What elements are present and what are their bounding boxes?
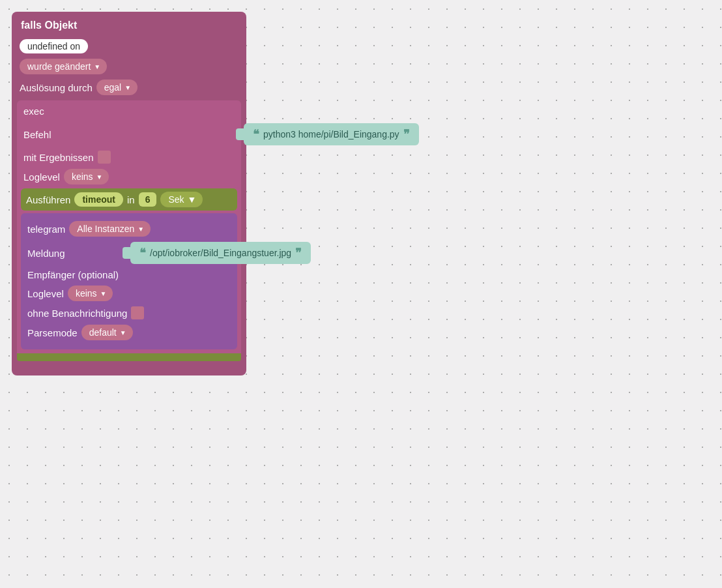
close-quote-icon: ❞ <box>403 127 410 141</box>
ausloesung-dropdown[interactable]: egal ▼ <box>96 80 137 95</box>
sek-arrow-icon: ▼ <box>188 194 197 205</box>
parsemode-label: Parsemode <box>27 327 78 338</box>
outer-spacer <box>17 361 241 368</box>
mit-ergebnissen-checkbox[interactable] <box>98 151 111 164</box>
undefined-pill[interactable]: undefined on <box>20 39 88 53</box>
ohne-label: ohne Benachrichtigung <box>27 308 127 319</box>
loglevel-label: Loglevel <box>23 171 60 183</box>
meldung-open-quote-icon: ❝ <box>139 246 146 260</box>
ausloesung-arrow-icon: ▼ <box>124 84 131 91</box>
ausloesung-label: Auslösung durch <box>20 82 93 93</box>
ausfuehren-label: Ausführen <box>26 194 70 205</box>
loglevel2-arrow-icon: ▼ <box>100 290 107 297</box>
meldung-close-quote-icon: ❞ <box>295 246 302 260</box>
mit-ergebnissen-label: mit Ergebnissen <box>23 152 94 163</box>
meldung-string-wrapper: ❝ /opt/iobroker/Bild_Eingangstuer.jpg ❞ <box>123 242 311 264</box>
wurde-row: wurde geändert ▼ <box>17 57 241 76</box>
loglevel2-label: Loglevel <box>27 288 64 299</box>
alle-instanzen-dropdown[interactable]: Alle Instanzen ▼ <box>69 221 151 237</box>
wurde-dropdown[interactable]: wurde geändert ▼ <box>20 59 107 74</box>
exec-title: exec <box>21 104 237 119</box>
parsemode-dropdown[interactable]: default ▼ <box>81 325 133 340</box>
ausloesung-row: Auslösung durch egal ▼ <box>17 78 241 96</box>
befehl-string-block[interactable]: ❝ python3 home/pi/Bild_Eingang.py ❞ <box>244 123 419 145</box>
meldung-label: Meldung <box>27 248 65 259</box>
meldung-string-block[interactable]: ❝ /opt/iobroker/Bild_Eingangstuer.jpg ❞ <box>130 242 311 264</box>
open-quote-icon: ❝ <box>253 127 259 141</box>
ohne-row: ohne Benachrichtigung <box>25 305 233 321</box>
parsemode-row: Parsemode default ▼ <box>25 323 233 342</box>
telegram-block: telegram Alle Instanzen ▼ Meldung ❝ /opt… <box>21 213 237 349</box>
loglevel-dropdown[interactable]: keins ▼ <box>64 169 109 184</box>
in-label: in <box>127 194 135 205</box>
block-title: falls Objekt <box>17 17 241 35</box>
ohne-checkbox[interactable] <box>131 306 144 319</box>
alle-instanzen-arrow-icon: ▼ <box>137 226 144 233</box>
telegram-row: telegram Alle Instanzen ▼ <box>25 220 233 238</box>
mit-ergebnissen-row: mit Ergebnissen <box>21 149 237 165</box>
befehl-row: Befehl ❝ python3 home/pi/Bild_Eingang.py… <box>21 122 237 147</box>
falls-objekt-block: falls Objekt undefined on wurde geändert… <box>12 12 246 375</box>
empfaenger-row: Empfänger (optional) <box>25 268 233 282</box>
green-bottom-strip <box>17 353 241 361</box>
empfaenger-label: Empfänger (optional) <box>27 269 119 280</box>
wurde-arrow-icon: ▼ <box>94 63 100 70</box>
loglevel2-row: Loglevel keins ▼ <box>25 284 233 302</box>
parsemode-arrow-icon: ▼ <box>120 329 126 336</box>
undefined-row: undefined on <box>17 38 241 55</box>
timeout-pill[interactable]: timeout <box>74 192 123 207</box>
timeout-value[interactable]: 6 <box>139 192 157 207</box>
befehl-label: Befehl <box>23 129 51 140</box>
loglevel2-dropdown[interactable]: keins ▼ <box>68 286 113 301</box>
timeout-block: Ausführen timeout in 6 Sek ▼ <box>21 188 237 211</box>
sek-dropdown[interactable]: Sek ▼ <box>160 192 203 207</box>
telegram-label: telegram <box>27 224 65 235</box>
loglevel-arrow-icon: ▼ <box>96 173 103 181</box>
befehl-string-wrapper: ❝ python3 home/pi/Bild_Eingang.py ❞ <box>236 123 419 145</box>
meldung-row: Meldung ❝ /opt/iobroker/Bild_Eingangstue… <box>25 241 233 265</box>
loglevel-row: Loglevel keins ▼ <box>21 168 237 186</box>
main-block-container: falls Objekt undefined on wurde geändert… <box>12 12 246 375</box>
exec-block: exec Befehl ❝ python3 home/pi/Bild_Einga… <box>17 100 241 361</box>
